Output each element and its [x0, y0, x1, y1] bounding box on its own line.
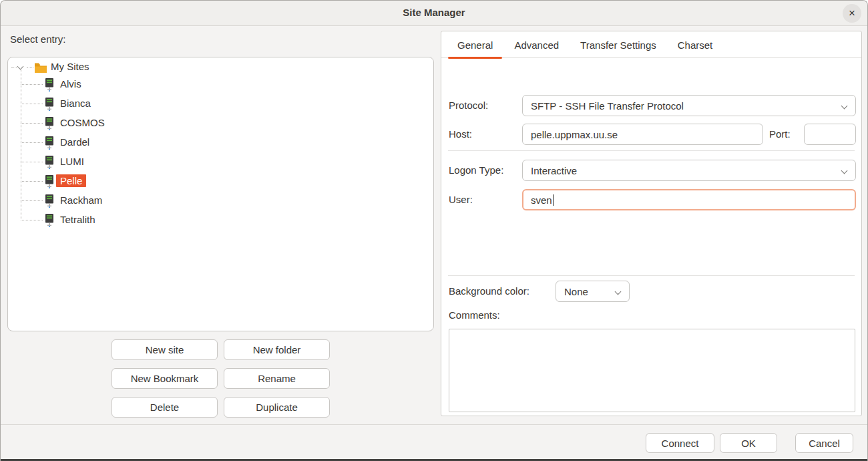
tree-item-dardel[interactable]: Dardel: [8, 133, 431, 152]
tree-item-label: Alvis: [56, 78, 85, 90]
chevron-down-icon: [615, 289, 620, 295]
protocol-label: Protocol:: [449, 99, 488, 112]
text-caret: [553, 194, 554, 206]
site-manager-dialog: Site Manager × Select entry: My Sites: [0, 0, 868, 461]
logon-type-label: Logon Type:: [449, 164, 503, 177]
server-icon: [45, 117, 54, 130]
tree-item-bianca[interactable]: Bianca: [8, 94, 431, 114]
tree-item-label: LUMI: [56, 155, 88, 168]
server-icon: [45, 214, 54, 227]
port-input[interactable]: [804, 124, 856, 145]
new-site-button[interactable]: New site: [112, 339, 218, 360]
select-entry-label: Select entry:: [10, 33, 65, 45]
host-label: Host:: [449, 128, 472, 141]
comments-textarea[interactable]: [449, 329, 855, 412]
close-icon: ×: [849, 7, 855, 20]
ok-button[interactable]: OK: [720, 433, 777, 453]
connect-button[interactable]: Connect: [646, 433, 714, 453]
separator: [448, 150, 855, 151]
close-button[interactable]: ×: [843, 4, 861, 23]
tree-item-label: My Sites: [51, 61, 89, 72]
server-icon: [45, 136, 54, 150]
tree-item-rackham[interactable]: Rackham: [8, 191, 431, 210]
user-value: sven: [531, 194, 552, 206]
server-icon: [45, 98, 54, 111]
host-value: pelle.uppmax.uu.se: [531, 129, 618, 140]
expander-chevron-icon[interactable]: [17, 64, 23, 70]
duplicate-button[interactable]: Duplicate: [224, 397, 330, 418]
tree-item-label: Dardel: [56, 136, 93, 148]
tree-item-label: Tetralith: [56, 213, 99, 226]
tab-general[interactable]: General: [447, 31, 503, 58]
chevron-down-icon: [841, 104, 847, 109]
tree-item-label: Pelle: [56, 174, 86, 187]
tab-bar: General Advanced Transfer Settings Chars…: [441, 31, 861, 58]
new-folder-button[interactable]: New folder: [224, 339, 330, 360]
background-color-label: Background color:: [449, 285, 529, 298]
host-input[interactable]: pelle.uppmax.uu.se: [522, 124, 763, 145]
protocol-value: SFTP - SSH File Transfer Protocol: [531, 100, 684, 112]
separator: [448, 275, 855, 276]
tree-item-cosmos[interactable]: COSMOS: [8, 114, 431, 133]
window-title: Site Manager: [1, 7, 867, 18]
titlebar: Site Manager ×: [1, 1, 867, 26]
folder-icon: [34, 62, 47, 73]
tab-charset[interactable]: Charset: [667, 31, 724, 58]
rename-button[interactable]: Rename: [224, 368, 330, 389]
delete-button[interactable]: Delete: [112, 397, 218, 418]
server-icon: [45, 194, 54, 208]
chevron-down-icon: [841, 168, 847, 174]
tree-item-alvis[interactable]: Alvis: [8, 75, 431, 94]
site-settings-panel: General Advanced Transfer Settings Chars…: [441, 31, 862, 416]
tree-item-label: COSMOS: [56, 116, 109, 129]
tree-item-label: Bianca: [56, 97, 95, 110]
tree-item-tetralith[interactable]: Tetralith: [8, 210, 431, 230]
server-icon: [45, 156, 54, 169]
server-icon: [45, 78, 54, 92]
server-icon: [45, 175, 54, 188]
tab-advanced[interactable]: Advanced: [503, 31, 570, 58]
tree-item-my-sites[interactable]: My Sites: [8, 59, 431, 77]
tree-item-lumi[interactable]: LUMI: [8, 152, 431, 172]
port-label: Port:: [769, 128, 791, 141]
user-label: User:: [449, 193, 473, 206]
background-color-select[interactable]: None: [556, 281, 630, 302]
cancel-button[interactable]: Cancel: [795, 433, 853, 453]
tree-item-pelle-selected[interactable]: Pelle: [8, 172, 431, 191]
protocol-select[interactable]: SFTP - SSH File Transfer Protocol: [522, 95, 856, 116]
new-bookmark-button[interactable]: New Bookmark: [112, 368, 218, 389]
logon-type-select[interactable]: Interactive: [522, 160, 856, 181]
comments-label: Comments:: [449, 309, 500, 322]
tree-item-label: Rackham: [56, 194, 106, 206]
background-color-value: None: [564, 286, 588, 297]
logon-type-value: Interactive: [531, 165, 577, 176]
user-input[interactable]: sven: [522, 189, 856, 210]
tab-transfer-settings[interactable]: Transfer Settings: [570, 31, 667, 58]
footer-separator: [1, 424, 867, 425]
site-tree: My Sites Alvis Bi: [7, 57, 434, 331]
